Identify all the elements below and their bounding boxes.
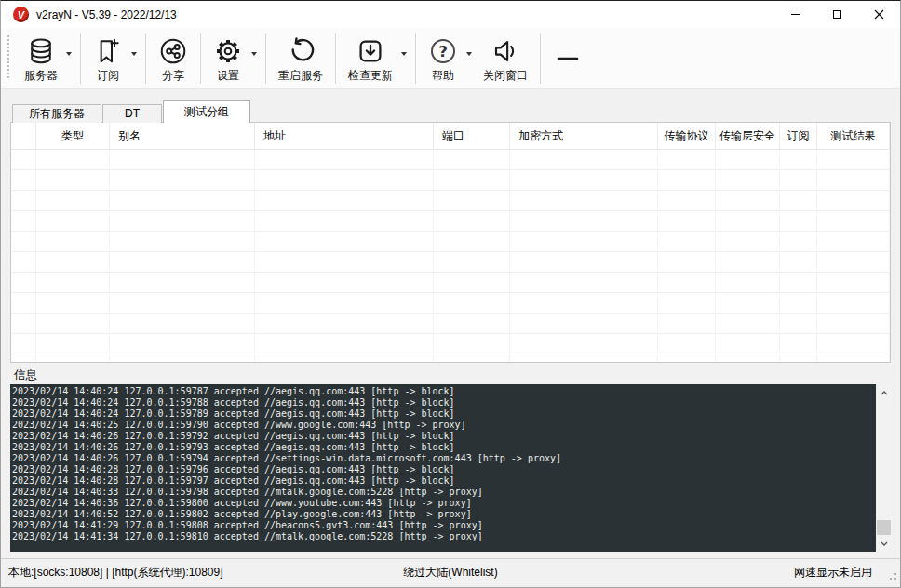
toolbar-button-promotion[interactable]: 关闭窗口: [476, 32, 535, 86]
server-grid: 类型 别名 地址 端口 加密方式 传输协议 传输层安全 订阅 测试结果: [10, 122, 891, 363]
column-header-transport[interactable]: 传输协议: [658, 123, 716, 150]
titlebar[interactable]: V v2rayN - V5.39 - 2022/12/13: [1, 1, 900, 28]
grid-column-line: [434, 150, 510, 362]
toolbar-separator: [145, 33, 146, 84]
toolbar-button-label: 服务器: [24, 68, 58, 84]
column-header-encryption[interactable]: 加密方式: [510, 123, 658, 150]
gear-icon: [213, 36, 243, 66]
share-icon: [158, 36, 188, 66]
statusbar-netspeed: 网速显示未启用: [794, 559, 872, 586]
column-header-test-result[interactable]: 测试结果: [817, 123, 890, 150]
scrollbar-thumb[interactable]: [877, 520, 891, 535]
svg-text:?: ?: [438, 42, 448, 60]
toolbar-button-settings[interactable]: 设置: [206, 32, 261, 86]
column-header-subscription[interactable]: 订阅: [780, 123, 817, 150]
toolbar-button-label: 关闭窗口: [483, 68, 528, 84]
log-line: 2023/02/14 14:40:28 127.0.0.1:59797 acce…: [12, 475, 876, 487]
chevron-down-icon[interactable]: [466, 52, 472, 56]
toolbar-separator: [415, 33, 416, 84]
statusbar: 本地:[socks:10808] | [http(系统代理):10809] 绕过…: [1, 558, 900, 587]
log-line: 2023/02/14 14:41:34 127.0.0.1:59810 acce…: [12, 531, 876, 542]
server-grid-body: [11, 150, 890, 362]
grid-column-line: [110, 150, 255, 362]
maximize-button[interactable]: [816, 1, 858, 28]
toolbar-button-close-window[interactable]: [545, 39, 590, 77]
row-header-cell: [11, 123, 36, 150]
grid-column-line: [817, 150, 890, 362]
chevron-down-icon[interactable]: [66, 52, 72, 56]
toolbar-button-label: 帮助: [432, 68, 454, 84]
grid-column-line: [780, 150, 817, 362]
log-line: 2023/02/14 14:41:29 127.0.0.1:59808 acce…: [12, 520, 876, 531]
speaker-icon: [491, 36, 520, 66]
log-console[interactable]: 2023/02/14 14:40:24 127.0.0.1:59787 acce…: [10, 384, 876, 552]
column-header-address[interactable]: 地址: [255, 123, 434, 150]
toolbar-button-label: 设置: [217, 68, 239, 84]
console-scrollbar[interactable]: [876, 384, 892, 552]
chevron-down-icon[interactable]: [131, 52, 137, 56]
grid-column-line: [11, 150, 36, 362]
log-line: 2023/02/14 14:40:25 127.0.0.1:59790 acce…: [12, 420, 876, 431]
minimize-icon: [791, 14, 800, 15]
toolbar-button-help[interactable]: ? 帮助: [421, 32, 476, 86]
log-line: 2023/02/14 14:40:26 127.0.0.1:59793 acce…: [12, 442, 876, 453]
close-button[interactable]: [858, 1, 900, 28]
database-icon: [26, 36, 56, 66]
grid-column-line: [255, 150, 434, 362]
chevron-down-icon[interactable]: [251, 52, 257, 56]
toolbar-button-check-update[interactable]: 检查更新: [341, 32, 410, 86]
grid-column-line: [716, 150, 780, 362]
maximize-icon: [833, 10, 841, 19]
app-logo-icon: V: [13, 7, 29, 22]
grid-column-line: [658, 150, 716, 362]
server-group-tabs: 所有服务器 DT 测试分组: [12, 100, 250, 123]
column-header-port[interactable]: 端口: [434, 123, 510, 150]
grid-column-line: [36, 150, 110, 362]
toolbar-separator: [540, 33, 541, 84]
tab-dt[interactable]: DT: [102, 104, 162, 123]
help-icon: ?: [428, 36, 458, 66]
statusbar-routing-mode[interactable]: 绕过大陆(Whitelist): [1, 559, 900, 586]
server-grid-header: 类型 别名 地址 端口 加密方式 传输协议 传输层安全 订阅 测试结果: [11, 123, 890, 150]
log-line: 2023/02/14 14:40:24 127.0.0.1:59789 acce…: [12, 408, 876, 420]
toolbar-separator: [335, 33, 336, 84]
app-window: V v2rayN - V5.39 - 2022/12/13 服务器 订阅: [0, 0, 901, 588]
chevron-down-icon[interactable]: [401, 52, 407, 56]
toolbar: 服务器 订阅 分享 设置: [1, 28, 900, 89]
column-header-tls[interactable]: 传输层安全: [716, 123, 780, 150]
toolbar-button-servers[interactable]: 服务器: [17, 32, 75, 86]
toolbar-button-label: 分享: [162, 68, 184, 84]
minimize-button[interactable]: [774, 1, 816, 28]
tab-all-servers[interactable]: 所有服务器: [12, 104, 101, 123]
toolbar-button-restart-service[interactable]: 重启服务: [271, 32, 330, 86]
tab-test-group[interactable]: 测试分组: [163, 100, 250, 123]
grid-column-line: [510, 150, 658, 362]
column-header-type[interactable]: 类型: [36, 123, 110, 150]
scroll-down-arrow-icon[interactable]: [876, 536, 892, 551]
log-line: 2023/02/14 14:40:24 127.0.0.1:59788 acce…: [12, 397, 876, 408]
window-controls: [774, 1, 900, 28]
restart-icon: [286, 36, 316, 66]
toolbar-button-label: 订阅: [97, 68, 119, 84]
toolbar-separator: [265, 33, 266, 84]
log-line: 2023/02/14 14:40:28 127.0.0.1:59796 acce…: [12, 464, 876, 475]
column-header-alias[interactable]: 别名: [110, 123, 255, 150]
toolbar-button-label: 检查更新: [348, 68, 393, 84]
download-update-icon: [356, 36, 385, 66]
log-line: 2023/02/14 14:40:52 127.0.0.1:59802 acce…: [12, 509, 876, 520]
log-line: 2023/02/14 14:40:26 127.0.0.1:59792 acce…: [12, 431, 876, 442]
toolbar-grip[interactable]: [7, 35, 9, 79]
resize-grip-icon[interactable]: [889, 570, 897, 583]
toolbar-button-share[interactable]: 分享: [151, 32, 195, 86]
log-line: 2023/02/14 14:40:33 127.0.0.1:59798 acce…: [12, 487, 876, 498]
bookmark-plus-icon: [93, 36, 123, 66]
toolbar-separator: [200, 33, 201, 84]
close-icon: [874, 9, 884, 20]
window-title: v2rayN - V5.39 - 2022/12/13: [36, 8, 177, 21]
info-panel-label: 信息: [14, 368, 37, 383]
log-line: 2023/02/14 14:40:24 127.0.0.1:59787 acce…: [12, 386, 876, 397]
scroll-up-arrow-icon[interactable]: [876, 385, 892, 400]
toolbar-button-subscription[interactable]: 订阅: [86, 32, 141, 86]
toolbar-separator: [80, 33, 81, 84]
toolbar-button-label: 重启服务: [278, 68, 323, 84]
